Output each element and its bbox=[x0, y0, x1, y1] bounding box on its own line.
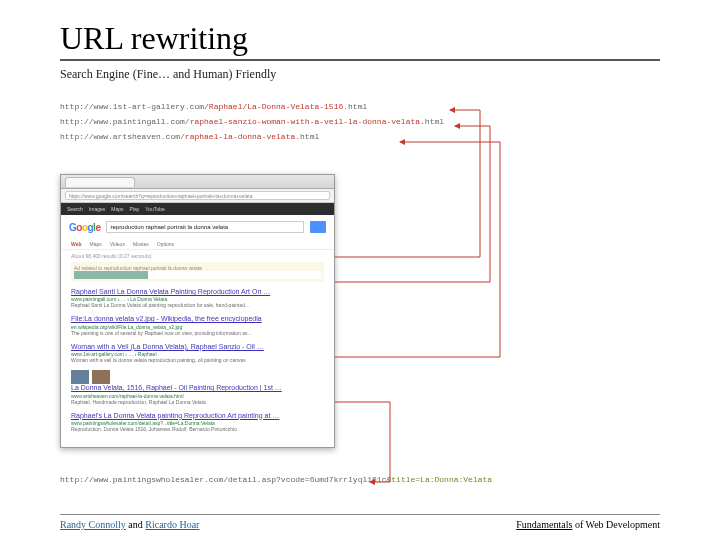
browser-titlebar bbox=[61, 175, 334, 189]
search-result-2: File:La donna velata v2.jpg - Wikipedia,… bbox=[71, 315, 324, 335]
content-area: http://www.1st-art-gallery.com/Raphael/L… bbox=[60, 102, 660, 502]
result-count: About 98,400 results (0.27 seconds) bbox=[61, 250, 334, 262]
url-example-bottom: http://www.paintingswholesaler.com/detai… bbox=[60, 475, 492, 484]
browser-screenshot: https://www.google.com/search?q=reproduc… bbox=[60, 174, 335, 448]
slide-title: URL rewriting bbox=[60, 20, 660, 61]
browser-addressbar: https://www.google.com/search?q=reproduc… bbox=[61, 189, 334, 203]
slide-footer: Randy Connolly and Ricardo Hoar Fundamen… bbox=[60, 514, 660, 530]
search-input: reproduction raphael portrait la donna v… bbox=[106, 221, 304, 233]
search-result-3: Woman with a Veil (La Donna Velata), Rap… bbox=[71, 343, 324, 363]
results-list: Ad related to reproduction raphael portr… bbox=[61, 262, 334, 447]
google-search-row: Google reproduction raphael portrait la … bbox=[61, 215, 334, 239]
url-example-3: http://www.artsheaven.com/raphael-la-don… bbox=[60, 132, 660, 141]
google-topbar: Search Images Maps Play YouTube bbox=[61, 203, 334, 215]
google-logo: Google bbox=[69, 222, 100, 233]
footer-book: Fundamentals of Web Development bbox=[516, 519, 660, 530]
search-result-5: Raphael's La Donna Velata painting Repro… bbox=[71, 412, 324, 432]
url-example-1: http://www.1st-art-gallery.com/Raphael/L… bbox=[60, 102, 660, 111]
url-example-2: http://www.paintingall.com/raphael-sanzi… bbox=[60, 117, 660, 126]
browser-tab bbox=[65, 177, 135, 187]
search-button bbox=[310, 221, 326, 233]
slide-subtitle: Search Engine (Fine… and Human) Friendly bbox=[60, 67, 660, 82]
google-tabs: Web Maps Videos Movies Options bbox=[61, 239, 334, 250]
footer-authors: Randy Connolly and Ricardo Hoar bbox=[60, 519, 199, 530]
address-field: https://www.google.com/search?q=reproduc… bbox=[65, 191, 330, 200]
search-result-4: La Donna Velata, 1516, Raphael - Oil Pai… bbox=[71, 370, 324, 404]
search-result-1: Raphael Santi La Donna Velata Painting R… bbox=[71, 288, 324, 308]
ad-block: Ad related to reproduction raphael portr… bbox=[71, 262, 324, 282]
